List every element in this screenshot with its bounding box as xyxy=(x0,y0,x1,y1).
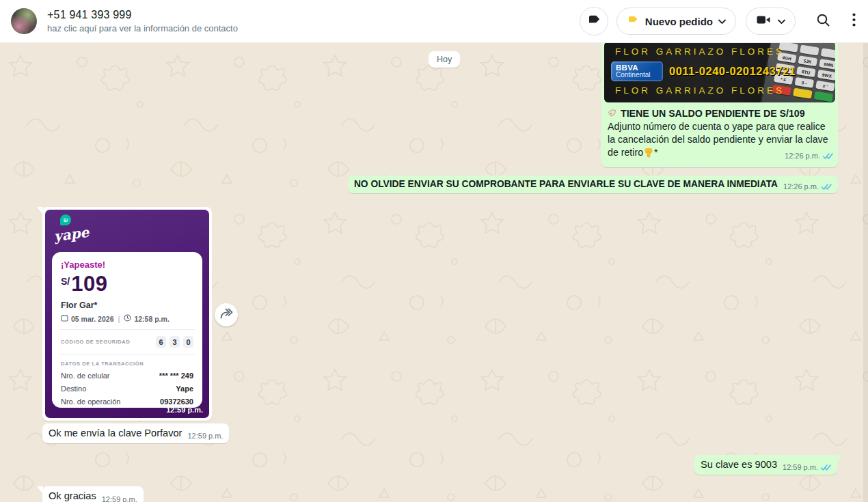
caption-title: TIENE UN SALDO PENDIENTE DE S/109 xyxy=(621,108,805,119)
message-meta: 12:59 p.m. xyxy=(783,463,831,471)
message-meta: 12:26 p.m. xyxy=(785,150,833,163)
receipt-title: ¡Yapeaste! xyxy=(61,260,193,270)
yape-receipt-image[interactable]: S/ yape ¡Yapeaste! S/109 Flor Gar* 05 ma… xyxy=(45,210,209,418)
pos-key: # ' xyxy=(815,81,835,92)
account-holder-bottom: FLOR GARRIAZO FLORES xyxy=(615,85,785,96)
date-divider: Hoy xyxy=(429,51,460,68)
message-reminder[interactable]: NO OLVIDE ENVIAR SU COMPROBANTE PARA ENV… xyxy=(348,176,838,193)
receipt-datetime: 05 mar. 2026 | 12:58 p.m. xyxy=(61,314,193,323)
divider xyxy=(59,354,195,354)
header-actions: Nuevo pedido xyxy=(580,7,856,36)
read-receipt-icon xyxy=(821,183,832,191)
bbva-logo: BBVA Continental xyxy=(611,61,663,81)
receipt-recipient: Flor Gar* xyxy=(61,301,193,310)
message-text: NO OLVIDE ENVIAR SU COMPROBANTE PARA ENV… xyxy=(354,179,778,189)
clock-icon xyxy=(124,314,131,323)
pos-key: 8TU xyxy=(796,66,816,77)
new-order-label: Nuevo pedido xyxy=(645,16,713,27)
receipt-card: ¡Yapeaste! S/109 Flor Gar* 05 mar. 2026 … xyxy=(52,252,202,408)
message-text: Su clave es 9003 xyxy=(701,459,777,470)
chat-area: Hoy 4GH 5JK 6MN 7PR 8TU 9WX * xyxy=(0,43,868,502)
message-text: Ok gracias xyxy=(49,490,96,501)
transaction-row: Destino Yape xyxy=(61,385,193,393)
caption-suffix: * xyxy=(654,147,658,158)
bank-account-image[interactable]: 4GH 5JK 6MN 7PR 8TU 9WX * F 0 - # ' ... xyxy=(604,43,835,102)
forward-button[interactable] xyxy=(215,303,238,326)
security-code: 6 3 0 xyxy=(156,336,193,348)
yape-logo: S/ yape xyxy=(54,214,89,242)
message-yape-receipt[interactable]: S/ yape ¡Yapeaste! S/109 Flor Gar* 05 ma… xyxy=(42,207,212,421)
pos-enter-key xyxy=(814,91,834,102)
transaction-row: Nro. de celular *** *** 249 xyxy=(61,372,193,380)
message-key[interactable]: Su clave es 9003 12:59 p.m. xyxy=(694,455,837,475)
message-text: Ok me envía la clave Porfavor xyxy=(49,428,182,438)
chat-header: +51 941 393 999 haz clic aquí para ver l… xyxy=(0,0,868,43)
pos-key xyxy=(800,44,819,55)
message-meta: 12:59 p.m. xyxy=(102,495,137,502)
message-time-overlay: 12:59 p.m. xyxy=(166,406,203,414)
message-request-key[interactable]: Ok me envía la clave Porfavor 12:59 p.m. xyxy=(42,423,229,443)
search-icon xyxy=(816,13,830,30)
page-title: +51 941 393 999 xyxy=(47,9,238,21)
pos-clear-key xyxy=(793,88,813,99)
pos-key: 5JK xyxy=(798,55,818,66)
security-code-row: CÓDIGO DE SEGURIDAD 6 3 0 xyxy=(61,336,193,348)
account-number: 0011-0240-0201243721 xyxy=(669,65,796,78)
pos-key xyxy=(821,48,835,59)
tag-icon xyxy=(627,14,639,29)
chevron-down-icon xyxy=(778,15,785,27)
avatar[interactable] xyxy=(11,8,37,34)
message-thanks[interactable]: Ok gracias 12:59 p.m. xyxy=(42,486,144,502)
transaction-label: DATOS DE LA TRANSACCIÓN xyxy=(61,361,193,367)
contact-subtitle: haz clic aquí para ver la información de… xyxy=(47,23,238,33)
label-icon xyxy=(586,12,601,30)
menu-button[interactable] xyxy=(852,13,856,29)
new-order-button[interactable]: Nuevo pedido xyxy=(616,8,736,35)
chat-scrollbar[interactable] xyxy=(863,43,868,502)
transaction-row: Nro. de operación 09372630 xyxy=(61,398,193,406)
labels-button[interactable] xyxy=(580,7,608,36)
whatsapp-window: +51 941 393 999 haz clic aquí para ver l… xyxy=(0,0,868,502)
bank-row: BBVA Continental 0011-0240-0201243721 xyxy=(611,61,796,81)
read-receipt-icon xyxy=(822,152,833,160)
tag-emoji xyxy=(608,108,618,118)
calendar-icon xyxy=(61,314,68,323)
account-holder-top: FLOR GARRIAZO FLORES xyxy=(615,46,785,57)
message-caption: TIENE UN SALDO PENDIENTE DE S/109 Adjunt… xyxy=(601,102,838,165)
message-meta: 12:26 p.m. xyxy=(783,182,832,191)
video-camera-icon xyxy=(756,14,771,29)
read-receipt-icon xyxy=(820,464,831,471)
pos-key: 9WX xyxy=(817,70,835,81)
search-button[interactable] xyxy=(816,13,830,30)
pos-key: 0 - xyxy=(795,77,815,88)
pos-key: 6MN xyxy=(819,59,835,70)
divider xyxy=(59,329,195,330)
receipt-amount: S/109 xyxy=(61,272,193,296)
forward-icon xyxy=(219,307,234,323)
point-down-emoji xyxy=(644,148,653,158)
contact-info[interactable]: +51 941 393 999 haz clic aquí para ver l… xyxy=(47,9,238,33)
separator: | xyxy=(118,315,120,323)
message-bank-image[interactable]: 4GH 5JK 6MN 7PR 8TU 9WX * F 0 - # ' ... xyxy=(601,43,838,167)
kebab-menu-icon xyxy=(852,13,856,29)
chevron-down-icon xyxy=(718,15,726,27)
video-call-button[interactable] xyxy=(746,8,796,35)
message-meta: 12:59 p.m. xyxy=(187,432,223,440)
